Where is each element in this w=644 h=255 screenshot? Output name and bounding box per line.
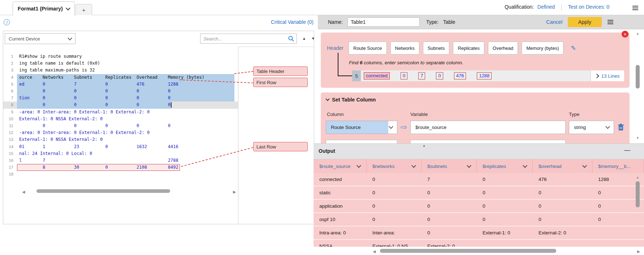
sample-row-token[interactable]: 0	[436, 72, 443, 79]
name-label: Name:	[328, 19, 343, 25]
add-tab-button[interactable]: +	[75, 4, 92, 15]
line-text: ed 0 7 0 476 1288	[19, 81, 178, 88]
code-line[interactable]: 1401 1 23 0 1632 4416	[3, 143, 238, 150]
header-label[interactable]: Header	[327, 45, 345, 51]
header-connector-hline	[338, 75, 352, 76]
apply-button[interactable]: Apply	[568, 17, 602, 27]
expand-lines-button[interactable]: 13 Lines	[591, 70, 624, 81]
critical-variable-link[interactable]: Critical Variable (0)	[271, 19, 314, 25]
sample-row-token[interactable]: 7	[418, 72, 425, 79]
output-column-header[interactable]: $replicates	[477, 159, 533, 173]
tab-bar: Format1 (Primary) + Qualification: Defin…	[0, 0, 644, 15]
search-next-icon[interactable]: ▼	[311, 36, 315, 40]
output-table-row[interactable]: ospf 1000000	[314, 213, 644, 226]
horizontal-scrollbar-thumb[interactable]	[36, 189, 170, 193]
variable-input[interactable]: $route_source	[410, 121, 566, 134]
header-chip-row: Header Route SourceNetworksSubnetsReplic…	[327, 42, 576, 55]
sample-row-token[interactable]: 476	[454, 72, 466, 79]
editor-toolbar: Current Device ▲ ▼	[3, 31, 314, 47]
output-scroll-left-icon[interactable]: ◀	[373, 250, 376, 253]
code-line[interactable]: 6 0 0 0 0 0	[3, 88, 238, 95]
header-column-chip[interactable]: Route Source	[349, 42, 387, 55]
code-line[interactable]: 10External-1: 0 NSSA External-2: 0	[3, 116, 238, 122]
header-column-chip[interactable]: Replicates	[453, 42, 484, 55]
header-column-chip[interactable]: Overhead	[488, 42, 518, 55]
name-input[interactable]	[347, 17, 420, 27]
search-prev-icon[interactable]: ▲	[302, 36, 306, 40]
output-vscrollbar-thumb[interactable]	[636, 181, 640, 207]
output-table-cell: 0	[422, 213, 477, 226]
type-select-value: string	[569, 125, 606, 130]
code-line[interactable]: 7tion 0 0 0 0 0	[3, 95, 238, 101]
line-number: 5	[3, 81, 13, 88]
header-column-chip[interactable]: Networks	[390, 42, 419, 55]
device-select[interactable]: Current Device	[5, 33, 75, 44]
code-line[interactable]: 17 8 30 0 2108 8492	[3, 164, 238, 171]
header-column-chip[interactable]: Subnets	[423, 42, 450, 55]
code-line[interactable]: 4ource Networks Subnets Replicates Overh…	[3, 74, 238, 81]
close-icon[interactable]: ×	[622, 31, 628, 38]
line-text: External-1: 0 NSSA External-2: 0	[19, 136, 103, 143]
minimize-icon[interactable]: —	[624, 147, 630, 154]
code-line[interactable]: 1R1#show ip route summary	[3, 53, 238, 60]
first-row-annotation[interactable]: First Row	[253, 78, 308, 87]
sample-text-panel: Current Device ▲ ▼ 1R1#show ip route sum…	[3, 31, 314, 224]
line-number: 7	[3, 95, 13, 101]
output-column-header[interactable]: $overhead	[533, 159, 592, 173]
output-column-header[interactable]: $subnets	[422, 159, 477, 173]
sample-row-token[interactable]: 1288	[477, 72, 492, 79]
output-column-header[interactable]: $route_source	[314, 159, 367, 173]
code-line[interactable]: 2ing table name is default (0x0)	[3, 60, 238, 67]
code-line[interactable]: 18	[3, 171, 238, 178]
info-icon[interactable]: i	[4, 19, 10, 25]
panel-scroll-down-icon[interactable]: ▼	[636, 136, 639, 140]
output-column-header[interactable]: $memory__b...	[592, 159, 644, 173]
code-line[interactable]: 3ing table maximum-paths is 32	[3, 67, 238, 74]
code-line[interactable]: 12-area: 0 Inter-area: 0 External-1: 0 E…	[3, 129, 238, 136]
column-select[interactable]: Route Source	[326, 121, 397, 134]
output-table-row[interactable]: application00000	[314, 200, 644, 213]
menu-icon[interactable]	[632, 6, 638, 10]
code-line[interactable]: 5ed 0 7 0 476 1288	[3, 81, 238, 88]
output-table-row[interactable]: NSSAExternal-1: 0 NSExternal-2: 0	[314, 240, 644, 247]
table-header-annotation[interactable]: Table Header	[253, 66, 308, 76]
last-row-annotation[interactable]: Last Row	[253, 142, 308, 151]
output-table-row[interactable]: static00000	[314, 186, 644, 200]
header-column-chip[interactable]: Memory (bytes)	[522, 42, 563, 55]
output-scroll-right-icon[interactable]: ▶	[637, 250, 640, 253]
delete-trash-icon[interactable]	[618, 124, 624, 131]
chevron-down-icon	[523, 163, 527, 168]
code-line[interactable]: 8 0 0 0 0 0	[3, 101, 238, 108]
scroll-right-icon[interactable]: ▶	[233, 190, 236, 194]
code-line[interactable]: 11 0 0 0 0 0	[3, 122, 238, 129]
tab-format1[interactable]: Format1 (Primary)	[13, 1, 75, 16]
device-select-value: Current Device	[9, 36, 40, 42]
code-line[interactable]: 9-area: 0 Inter-area: 0 External-1: 0 Ex…	[3, 109, 238, 116]
panel-scroll-up-icon[interactable]: ▲	[636, 32, 639, 35]
sample-row-token[interactable]: 0	[401, 72, 407, 79]
code-line[interactable]: 13External-1: 0 NSSA External-2: 0	[3, 136, 238, 143]
code-line[interactable]: 15nal: 24 Internal: 0 Local: 0	[3, 150, 238, 157]
search-icon[interactable]	[288, 35, 294, 42]
line-number: 2	[3, 60, 13, 67]
output-table-row[interactable]: connected0704761288	[314, 173, 644, 186]
qualification-value-link[interactable]: Defined	[537, 4, 555, 10]
set-table-column-header[interactable]: Set Table Column	[326, 97, 376, 103]
output-scroll-up-icon[interactable]: ▲	[636, 176, 639, 179]
output-column-header[interactable]: $networks	[367, 159, 422, 173]
test-on-devices-link[interactable]: Test on Devices: 0	[568, 4, 609, 10]
output-hscrollbar-thumb[interactable]	[380, 249, 556, 253]
edit-pencil-icon[interactable]: ✎	[571, 44, 576, 52]
line-text: -area: 0 Inter-area: 0 External-1: 0 Ext…	[19, 129, 150, 136]
search-input[interactable]	[200, 36, 288, 42]
panel-vscrollbar-thumb[interactable]	[636, 65, 640, 88]
scroll-left-icon[interactable]: ◀	[22, 190, 25, 194]
output-table-row[interactable]: Intra-area: 0Inter-area:0External-1: 0Ex…	[314, 226, 644, 240]
collapse-handle-icon[interactable]: ▲	[423, 144, 425, 147]
type-field-label: Type	[569, 112, 579, 117]
panel-menu-icon[interactable]	[608, 20, 613, 24]
sample-row-token[interactable]: connected	[364, 72, 390, 79]
line-text: tion 0 0 0 0 0	[19, 95, 170, 101]
cancel-button[interactable]: Cancel	[546, 19, 562, 25]
type-select[interactable]: string	[569, 121, 614, 134]
